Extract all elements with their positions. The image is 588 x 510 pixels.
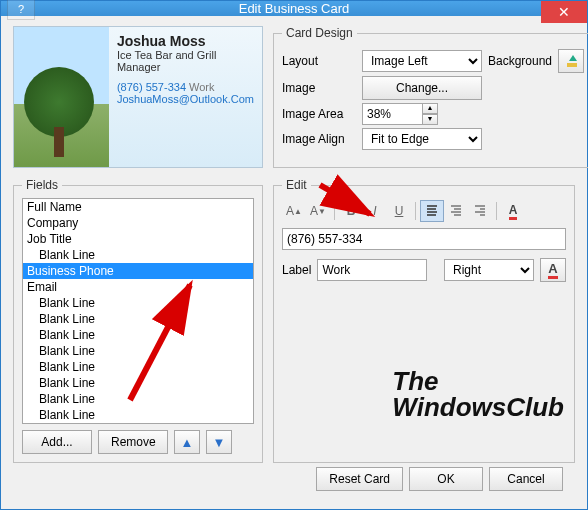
label-input[interactable] [317,259,427,281]
list-item[interactable]: Blank Line [23,407,253,423]
titlebar: ? Edit Business Card ✕ [1,1,587,16]
arrow-down-icon: ▼ [213,435,226,450]
list-item[interactable]: Blank Line [23,247,253,263]
list-item[interactable]: Job Title [23,231,253,247]
spin-down[interactable]: ▼ [422,114,438,125]
align-right-button[interactable] [468,200,492,222]
ok-button[interactable]: OK [409,467,483,491]
background-color-button[interactable] [558,49,584,73]
fields-listbox[interactable]: Full NameCompanyJob TitleBlank LineBusin… [22,198,254,424]
list-item[interactable]: Blank Line [23,311,253,327]
preview-jobtitle: Manager [117,61,254,73]
add-field-button[interactable]: Add... [22,430,92,454]
edit-group: Edit A▲ A▼ B I U [273,178,575,463]
window-title: Edit Business Card [1,1,587,16]
align-left-button[interactable] [420,200,444,222]
list-item[interactable]: Full Name [23,199,253,215]
list-item[interactable]: Blank Line [23,375,253,391]
card-image [14,27,109,167]
list-item[interactable]: Blank Line [23,343,253,359]
font-color-button[interactable]: A [501,200,525,222]
reset-card-button[interactable]: Reset Card [316,467,403,491]
fields-group: Fields Full NameCompanyJob TitleBlank Li… [13,178,263,463]
fields-legend: Fields [22,178,62,192]
image-area-input[interactable] [362,103,422,125]
layout-label: Layout [282,54,356,68]
edit-toolbar: A▲ A▼ B I U [282,200,566,222]
list-item[interactable]: Business Phone [23,263,253,279]
list-item[interactable]: Blank Line [23,327,253,343]
cancel-button[interactable]: Cancel [489,467,563,491]
align-right-icon [475,205,485,217]
edit-business-card-dialog: ? Edit Business Card ✕ Joshua Moss Ice T… [0,0,588,510]
background-label: Background [488,54,552,68]
image-label: Image [282,81,356,95]
change-image-button[interactable]: Change... [362,76,482,100]
preview-name: Joshua Moss [117,33,254,49]
move-down-button[interactable]: ▼ [206,430,232,454]
card-design-legend: Card Design [282,26,357,40]
align-left-icon [427,205,437,217]
arrow-up-icon: ▲ [181,435,194,450]
list-item[interactable]: Email [23,279,253,295]
edit-legend: Edit [282,178,311,192]
underline-button[interactable]: U [387,200,411,222]
preview-email: JoshuaMoss@Outlook.Com [117,93,254,105]
label-label: Label [282,263,311,277]
card-preview: Joshua Moss Ice Tea Bar and Grill Manage… [13,26,263,168]
list-item[interactable]: Company [23,215,253,231]
titlebar-help-icon[interactable]: ? [7,0,35,20]
card-design-group: Card Design Layout Image Left Background… [273,26,588,168]
label-align-select[interactable]: Right [444,259,534,281]
decrease-font-button[interactable]: A▼ [306,200,330,222]
align-center-button[interactable] [444,200,468,222]
close-button[interactable]: ✕ [541,1,587,23]
italic-button[interactable]: I [363,200,387,222]
image-align-select[interactable]: Fit to Edge [362,128,482,150]
list-item[interactable]: Blank Line [23,391,253,407]
spin-up[interactable]: ▲ [422,103,438,114]
bold-button[interactable]: B [339,200,363,222]
image-area-spinner[interactable]: ▲▼ [362,103,438,125]
list-item[interactable]: Blank Line [23,359,253,375]
move-up-button[interactable]: ▲ [174,430,200,454]
layout-select[interactable]: Image Left [362,50,482,72]
image-align-label: Image Align [282,132,356,146]
list-item[interactable]: Blank Line [23,295,253,311]
preview-phone: (876) 557-334 [117,81,186,93]
preview-company: Ice Tea Bar and Grill [117,49,254,61]
dialog-footer: Reset Card OK Cancel [13,467,575,501]
increase-font-button[interactable]: A▲ [282,200,306,222]
label-color-button[interactable]: A [540,258,566,282]
remove-field-button[interactable]: Remove [98,430,168,454]
watermark: TheWindowsClub [392,368,564,420]
preview-phone-label: Work [189,81,214,93]
edit-value-input[interactable] [282,228,566,250]
image-area-label: Image Area [282,107,356,121]
svg-rect-0 [567,63,577,67]
align-center-icon [451,205,461,217]
